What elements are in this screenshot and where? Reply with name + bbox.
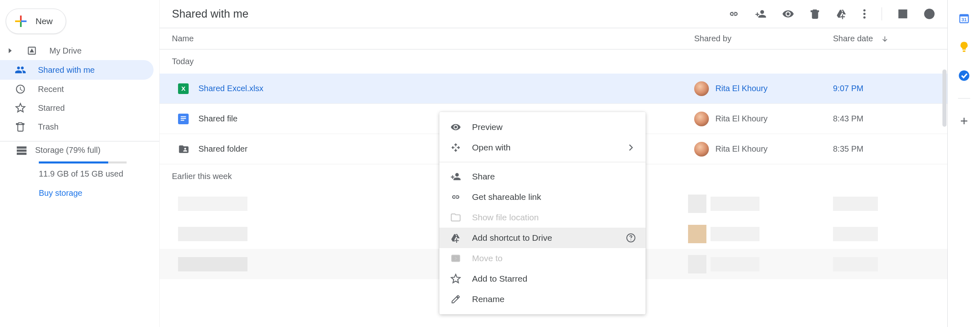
avatar bbox=[694, 81, 709, 96]
move-to-icon bbox=[450, 253, 461, 264]
svg-rect-3 bbox=[15, 20, 21, 22]
grid-view-icon[interactable] bbox=[898, 9, 908, 19]
docs-icon bbox=[178, 114, 198, 124]
menu-item-rename[interactable]: Rename bbox=[439, 289, 646, 309]
main-panel: Shared with me bbox=[159, 0, 947, 327]
file-row[interactable]: X Shared Excel.xlsx Rita El Khoury 9:07 … bbox=[160, 74, 947, 104]
svg-text:31: 31 bbox=[961, 17, 967, 22]
svg-rect-1 bbox=[20, 16, 22, 21]
menu-label: Show file location bbox=[472, 213, 637, 222]
add-to-drive-icon bbox=[450, 233, 461, 243]
storage-icon bbox=[16, 146, 27, 155]
sidebar-item-label: Starred bbox=[38, 103, 65, 113]
sidebar-item-label: Trash bbox=[38, 122, 58, 132]
eye-icon[interactable] bbox=[782, 8, 794, 20]
eye-icon bbox=[450, 122, 461, 132]
menu-item-get-link[interactable]: Get shareable link bbox=[439, 187, 646, 207]
toolbar-divider bbox=[882, 7, 882, 20]
column-headers: Name Shared by Share date bbox=[160, 28, 947, 49]
side-panel: 31 bbox=[947, 0, 980, 327]
clock-icon bbox=[14, 84, 27, 94]
share-date-label: Share date bbox=[833, 34, 873, 43]
menu-item-open-with[interactable]: Open with bbox=[439, 137, 646, 158]
chevron-right-icon bbox=[625, 144, 637, 151]
svg-text:X: X bbox=[181, 85, 185, 92]
buy-storage-link[interactable]: Buy storage bbox=[16, 188, 151, 198]
avatar bbox=[694, 112, 709, 126]
add-to-drive-icon[interactable] bbox=[836, 8, 847, 20]
link-icon bbox=[450, 192, 461, 202]
calendar-icon[interactable]: 31 bbox=[958, 12, 970, 25]
svg-rect-20 bbox=[181, 116, 186, 117]
storage-detail: 11.9 GB of 15 GB used bbox=[16, 169, 151, 188]
menu-label: Get shareable link bbox=[472, 192, 637, 202]
menu-label: Share bbox=[472, 172, 637, 181]
menu-item-move-to: Move to bbox=[439, 248, 646, 269]
menu-label: Add shortcut to Drive bbox=[472, 233, 615, 243]
svg-point-24 bbox=[630, 240, 631, 240]
menu-separator bbox=[439, 162, 646, 162]
column-header-name[interactable]: Name bbox=[172, 34, 694, 43]
sidebar-item-my-drive[interactable]: My Drive bbox=[0, 41, 154, 60]
title-bar: Shared with me bbox=[160, 0, 947, 28]
svg-rect-4 bbox=[17, 146, 27, 148]
sidebar-item-label: My Drive bbox=[49, 46, 82, 56]
svg-point-30 bbox=[959, 70, 969, 81]
svg-rect-29 bbox=[962, 51, 965, 52]
menu-item-add-to-starred[interactable]: Add to Starred bbox=[439, 269, 646, 289]
star-icon bbox=[14, 103, 27, 113]
page-title: Shared with me bbox=[172, 8, 249, 20]
tasks-icon[interactable] bbox=[958, 69, 970, 82]
menu-label: Rename bbox=[472, 294, 637, 304]
info-icon[interactable] bbox=[924, 8, 935, 20]
caret-right-icon bbox=[6, 48, 14, 53]
storage-section: Storage (79% full) 11.9 GB of 15 GB used… bbox=[0, 141, 159, 198]
sidebar-item-trash[interactable]: Trash bbox=[0, 117, 154, 136]
people-icon bbox=[14, 64, 27, 76]
section-today: Today bbox=[160, 49, 947, 74]
navigation-sidebar: New My Drive Shared with me Recent bbox=[0, 0, 159, 327]
person-add-icon[interactable] bbox=[755, 8, 766, 20]
column-header-share-date[interactable]: Share date bbox=[833, 34, 947, 43]
more-icon[interactable] bbox=[863, 9, 866, 19]
sidebar-item-recent[interactable]: Recent bbox=[0, 80, 154, 99]
pencil-icon bbox=[450, 294, 461, 304]
add-icon[interactable] bbox=[958, 115, 970, 127]
shared-by: Rita El Khoury bbox=[715, 114, 768, 123]
context-menu: Preview Open with Share Get shareable li… bbox=[439, 112, 646, 314]
sidebar-item-starred[interactable]: Starred bbox=[0, 99, 154, 117]
delete-icon[interactable] bbox=[810, 9, 820, 19]
keep-icon[interactable] bbox=[958, 41, 970, 53]
person-add-icon bbox=[450, 171, 461, 182]
svg-point-9 bbox=[863, 16, 865, 18]
excel-icon: X bbox=[178, 83, 198, 94]
folder-shared-icon bbox=[178, 143, 198, 155]
svg-point-8 bbox=[863, 13, 865, 15]
help-icon[interactable] bbox=[625, 233, 637, 243]
menu-item-share[interactable]: Share bbox=[439, 166, 646, 187]
open-with-icon bbox=[450, 143, 461, 152]
menu-label: Preview bbox=[472, 122, 637, 132]
storage-progress-bar bbox=[39, 161, 127, 164]
new-button[interactable]: New bbox=[6, 9, 66, 34]
share-date: 8:43 PM bbox=[833, 114, 947, 123]
menu-item-show-location: Show file location bbox=[439, 207, 646, 228]
sidebar-item-shared-with-me[interactable]: Shared with me bbox=[0, 60, 154, 80]
svg-rect-22 bbox=[181, 120, 185, 121]
menu-item-add-shortcut[interactable]: Add shortcut to Drive bbox=[439, 228, 646, 248]
storage-header[interactable]: Storage (79% full) bbox=[16, 146, 151, 159]
drive-icon bbox=[26, 45, 38, 56]
column-header-shared-by[interactable]: Shared by bbox=[694, 34, 833, 43]
svg-rect-6 bbox=[17, 152, 27, 155]
svg-point-7 bbox=[863, 9, 865, 11]
link-icon[interactable] bbox=[728, 8, 739, 20]
menu-label: Move to bbox=[472, 253, 637, 263]
folder-icon bbox=[450, 212, 461, 223]
svg-rect-5 bbox=[17, 149, 27, 151]
scrollbar-thumb[interactable] bbox=[942, 69, 947, 127]
svg-point-15 bbox=[929, 11, 930, 12]
menu-item-preview[interactable]: Preview bbox=[439, 117, 646, 137]
action-toolbar bbox=[728, 7, 935, 20]
svg-rect-21 bbox=[181, 118, 186, 119]
sidebar-item-label: Shared with me bbox=[38, 65, 95, 75]
